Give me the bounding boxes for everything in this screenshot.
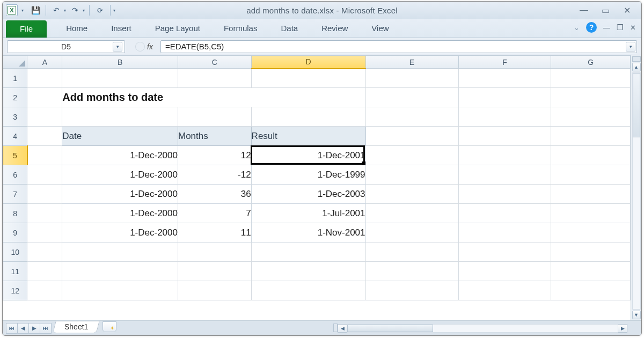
vscroll-track[interactable] <box>632 72 641 310</box>
split-box-icon[interactable] <box>632 56 641 62</box>
cell-E10[interactable] <box>365 243 458 262</box>
cancel-formula-icon[interactable] <box>135 42 145 52</box>
row-header-7[interactable]: 7 <box>3 185 27 204</box>
cell-D7[interactable]: 1-Dec-2003 <box>251 185 365 204</box>
cell-B6[interactable]: 1-Dec-2000 <box>62 165 178 185</box>
cell-F7[interactable] <box>458 185 551 204</box>
cell-E8[interactable] <box>365 204 458 223</box>
cell-D10[interactable] <box>251 243 365 262</box>
cell-G11[interactable] <box>551 262 631 281</box>
row-header-8[interactable]: 8 <box>3 204 27 223</box>
cell-E3[interactable] <box>365 107 458 127</box>
cell-C1[interactable] <box>178 69 251 88</box>
cell-A11[interactable] <box>27 262 62 281</box>
cell-G2[interactable] <box>551 88 631 107</box>
name-box-dropdown-icon[interactable]: ▾ <box>113 42 122 52</box>
row-header-9[interactable]: 9 <box>3 223 27 243</box>
cell-E1[interactable] <box>365 69 458 88</box>
scroll-left-button[interactable]: ◀ <box>338 324 347 333</box>
cell-A5[interactable] <box>27 146 62 165</box>
cell-E2[interactable] <box>365 88 458 107</box>
new-sheet-button[interactable] <box>103 321 116 332</box>
row-header-2[interactable]: 2 <box>3 88 27 107</box>
cell-B5[interactable]: 1-Dec-2000 <box>62 146 178 165</box>
cell-A3[interactable] <box>27 107 62 127</box>
tab-formulas[interactable]: Formulas <box>212 19 269 38</box>
undo-dropdown-icon[interactable]: ▾ <box>64 8 66 13</box>
hscroll-thumb[interactable] <box>347 325 433 332</box>
cell-B3[interactable] <box>62 107 178 127</box>
row-header-4[interactable]: 4 <box>3 127 27 146</box>
scroll-down-button[interactable]: ▼ <box>632 311 641 319</box>
workbook-minimize-button[interactable]: — <box>603 24 610 32</box>
fx-icon[interactable]: fx <box>147 42 153 51</box>
refresh-button[interactable]: ⟳ <box>94 4 106 16</box>
cell-A1[interactable] <box>27 69 62 88</box>
cell-F9[interactable] <box>458 223 551 243</box>
cell-F2[interactable] <box>458 88 551 107</box>
col-header-D[interactable]: D <box>251 56 365 69</box>
cell-F10[interactable] <box>458 243 551 262</box>
cell-E9[interactable] <box>365 223 458 243</box>
cell-B11[interactable] <box>62 262 178 281</box>
cell-A6[interactable] <box>27 165 62 185</box>
cell-C8[interactable]: 7 <box>178 204 251 223</box>
cell-D12[interactable] <box>251 281 365 300</box>
cell-B2[interactable]: Add months to date <box>62 88 365 107</box>
help-button[interactable]: ? <box>586 22 597 33</box>
scroll-right-button[interactable]: ▶ <box>618 324 627 333</box>
app-menu-dropdown-icon[interactable]: ▾ <box>20 8 25 13</box>
col-header-A[interactable]: A <box>27 56 62 69</box>
cell-B8[interactable]: 1-Dec-2000 <box>62 204 178 223</box>
cell-C3[interactable] <box>178 107 251 127</box>
cell-D4[interactable]: Result <box>251 127 365 146</box>
row-header-1[interactable]: 1 <box>3 69 27 88</box>
cell-A12[interactable] <box>27 281 62 300</box>
row-header-10[interactable]: 10 <box>3 243 27 262</box>
row-header-6[interactable]: 6 <box>3 165 27 185</box>
tab-view[interactable]: View <box>360 19 400 38</box>
col-header-C[interactable]: C <box>178 56 251 69</box>
workbook-close-button[interactable]: ✕ <box>630 24 636 32</box>
cell-A7[interactable] <box>27 185 62 204</box>
horizontal-scrollbar[interactable]: ◀ ▶ <box>338 324 627 333</box>
sheet-nav-prev[interactable]: ◀ <box>17 323 29 334</box>
cell-C7[interactable]: 36 <box>178 185 251 204</box>
cell-E6[interactable] <box>365 165 458 185</box>
cell-A4[interactable] <box>27 127 62 146</box>
row-header-3[interactable]: 3 <box>3 107 27 127</box>
cell-G12[interactable] <box>551 281 631 300</box>
cell-F6[interactable] <box>458 165 551 185</box>
formula-input[interactable]: =EDATE(B5,C5) ▾ <box>160 40 637 53</box>
sheet-nav-next[interactable]: ▶ <box>28 323 40 334</box>
maximize-button[interactable]: ▭ <box>599 5 611 16</box>
cell-G1[interactable] <box>551 69 631 88</box>
cell-G10[interactable] <box>551 243 631 262</box>
cell-G6[interactable] <box>551 165 631 185</box>
cell-D8[interactable]: 1-Jul-2001 <box>251 204 365 223</box>
cell-B4[interactable]: Date <box>62 127 178 146</box>
select-all-corner[interactable] <box>3 56 27 69</box>
cell-A9[interactable] <box>27 223 62 243</box>
cell-A2[interactable] <box>27 88 62 107</box>
cell-F4[interactable] <box>458 127 551 146</box>
cell-F8[interactable] <box>458 204 551 223</box>
cell-G5[interactable] <box>551 146 631 165</box>
cell-B10[interactable] <box>62 243 178 262</box>
cell-E7[interactable] <box>365 185 458 204</box>
cell-D9[interactable]: 1-Nov-2001 <box>251 223 365 243</box>
sheet-tab-active[interactable]: Sheet1 <box>53 321 100 333</box>
row-header-12[interactable]: 12 <box>3 281 27 300</box>
cell-D3[interactable] <box>251 107 365 127</box>
cell-G7[interactable] <box>551 185 631 204</box>
cell-G9[interactable] <box>551 223 631 243</box>
tab-home[interactable]: Home <box>54 19 99 38</box>
col-header-B[interactable]: B <box>62 56 178 69</box>
minimize-button[interactable]: — <box>578 5 590 16</box>
cell-B1[interactable] <box>62 69 178 88</box>
vscroll-thumb[interactable] <box>633 73 640 137</box>
cell-B7[interactable]: 1-Dec-2000 <box>62 185 178 204</box>
cell-D11[interactable] <box>251 262 365 281</box>
cell-C9[interactable]: 11 <box>178 223 251 243</box>
cell-G8[interactable] <box>551 204 631 223</box>
